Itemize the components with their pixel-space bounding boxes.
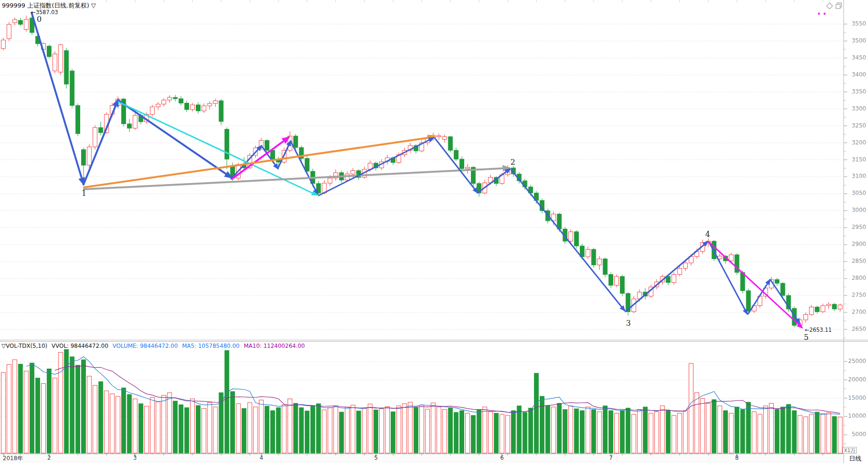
volume-bar bbox=[448, 408, 452, 453]
trend-line-blue[interactable] bbox=[319, 138, 434, 195]
diamond-icon[interactable] bbox=[826, 3, 833, 9]
candle-body bbox=[832, 304, 836, 309]
volume-bar bbox=[190, 399, 194, 453]
volume-bar bbox=[259, 400, 263, 453]
volume-bar bbox=[99, 382, 103, 453]
candle-body bbox=[804, 314, 808, 320]
volume-bar bbox=[534, 373, 538, 453]
copy-icon[interactable] bbox=[836, 3, 842, 8]
volume-bar bbox=[592, 410, 596, 453]
candle-body bbox=[575, 232, 579, 246]
candle-body bbox=[219, 101, 223, 121]
price-axis-label: 2750 bbox=[845, 292, 866, 298]
volume-bar bbox=[506, 415, 510, 453]
period-label[interactable]: 日线 bbox=[843, 455, 867, 463]
trend-lines[interactable] bbox=[32, 13, 802, 328]
trend-line-blue[interactable] bbox=[278, 141, 291, 168]
price-axis-label: 3450 bbox=[845, 54, 866, 61]
time-axis-month-label: 2 bbox=[47, 455, 51, 461]
volume-bar bbox=[689, 363, 693, 453]
wave-label-5: 5 bbox=[804, 333, 809, 342]
volume-bar bbox=[379, 409, 384, 453]
volume-bar bbox=[568, 406, 573, 453]
time-axis-month-label: 4 bbox=[259, 455, 263, 461]
volume-unit-label: X1万 bbox=[843, 447, 857, 454]
trend-line-blue[interactable] bbox=[291, 141, 317, 194]
candle-body bbox=[53, 54, 57, 71]
volume-bar bbox=[523, 412, 527, 453]
volume-bar bbox=[419, 405, 424, 453]
volume-bar bbox=[7, 364, 11, 453]
candle-body bbox=[454, 150, 458, 159]
candle-body bbox=[167, 97, 172, 100]
trend-line-blue[interactable] bbox=[435, 138, 477, 193]
trend-line-magenta[interactable] bbox=[709, 243, 802, 328]
volume-bar bbox=[729, 413, 734, 453]
volume-bar bbox=[511, 411, 516, 453]
volume-bar bbox=[35, 378, 40, 453]
low-price-tag: ←2653.11 bbox=[805, 327, 832, 333]
chart-canvas[interactable] bbox=[0, 0, 868, 463]
volume-bar bbox=[557, 403, 561, 453]
candle-body bbox=[196, 105, 200, 111]
volume-bar bbox=[769, 403, 774, 453]
candle-body bbox=[448, 137, 452, 151]
volume-bar bbox=[202, 408, 206, 453]
volume-bar bbox=[655, 412, 659, 453]
volume-bar bbox=[763, 406, 768, 453]
indicator-value: VVOL: 98446472.00 bbox=[51, 343, 108, 349]
trend-line-blue[interactable] bbox=[511, 170, 625, 311]
time-axis-month-label: 3 bbox=[133, 455, 137, 461]
candle-body bbox=[609, 274, 613, 285]
price-axis-label: 3250 bbox=[845, 122, 866, 129]
volume-bar bbox=[362, 408, 367, 453]
volume-bar bbox=[30, 363, 34, 453]
volume-bar bbox=[454, 412, 458, 453]
candle-body bbox=[328, 178, 332, 183]
trend-line-blue[interactable] bbox=[118, 100, 231, 177]
candle-body bbox=[93, 127, 97, 147]
volume-bar bbox=[225, 351, 229, 453]
trend-line-blue[interactable] bbox=[771, 280, 800, 323]
candles[interactable] bbox=[1, 11, 843, 328]
volume-bar bbox=[821, 413, 825, 453]
candle-body bbox=[82, 150, 86, 165]
trend-line-blue[interactable] bbox=[261, 146, 278, 168]
candle-body bbox=[746, 291, 751, 311]
candle-body bbox=[615, 277, 619, 286]
trend-line-blue[interactable] bbox=[478, 169, 510, 193]
price-axis-label: 2950 bbox=[845, 224, 866, 230]
corner-icons bbox=[826, 2, 844, 11]
candle-body bbox=[208, 103, 212, 106]
trend-line-blue[interactable] bbox=[748, 280, 770, 314]
wave-label-0: 0 bbox=[37, 15, 42, 24]
volume-bar bbox=[122, 388, 126, 453]
candle-body bbox=[64, 51, 68, 84]
volume-bar bbox=[133, 399, 137, 453]
volume-bar bbox=[58, 353, 63, 453]
candle-body bbox=[213, 101, 217, 103]
candle-body bbox=[184, 103, 189, 109]
price-axis-label: 3100 bbox=[845, 173, 866, 179]
magenta-dot-2 bbox=[824, 13, 826, 15]
candle-body bbox=[202, 106, 206, 111]
price-axis-label: 3550 bbox=[845, 20, 866, 27]
volume-bar bbox=[746, 402, 751, 453]
trend-line-blue[interactable] bbox=[83, 100, 118, 185]
volume-axis-label: 5000 bbox=[845, 431, 866, 438]
volume-bar bbox=[580, 411, 584, 453]
volume-bar bbox=[162, 395, 166, 453]
volume-indicator-header[interactable]: ▽VOL-TDX(5,10)VVOL: 98446472.00VOLUME: 9… bbox=[1, 343, 309, 349]
trend-line-blue[interactable] bbox=[32, 13, 83, 184]
volume-bar bbox=[75, 365, 80, 453]
volume-bar bbox=[563, 410, 567, 453]
volume-bar bbox=[546, 405, 550, 453]
candle-body bbox=[156, 104, 160, 107]
indicator-name[interactable]: ▽VOL-TDX(5,10) bbox=[1, 343, 47, 349]
indicator-value: MA10: 112400264.00 bbox=[244, 343, 305, 349]
volume-bar bbox=[208, 403, 212, 453]
volume-bar bbox=[477, 410, 481, 453]
volume-bar bbox=[397, 406, 401, 453]
time-axis-year-label: 2018年 bbox=[3, 455, 23, 463]
trend-line-blue[interactable] bbox=[626, 242, 708, 311]
